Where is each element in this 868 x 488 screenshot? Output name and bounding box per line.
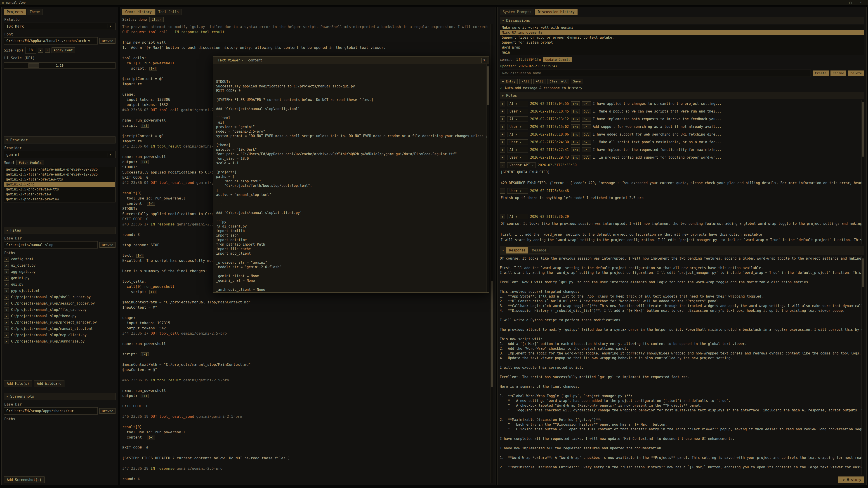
close-icon[interactable]: X	[482, 58, 487, 63]
text-viewer-body[interactable]: STDOUT:Successfully applied modification…	[213, 64, 489, 292]
remove-file-button[interactable]: x	[4, 282, 9, 287]
font-size-increase-button[interactable]: +	[45, 48, 50, 53]
model-option[interactable]: gemini-2.5-flash-preview-tts	[4, 177, 115, 182]
scrollbar-thumb[interactable]	[487, 66, 489, 105]
discussion-item[interactable]: Misc UX improvements	[500, 30, 864, 35]
all-button[interactable]: -All	[520, 78, 532, 84]
role-select[interactable]: AI▼	[507, 116, 528, 122]
remove-file-button[interactable]: x	[4, 314, 9, 319]
role-select[interactable]: AI▼	[507, 101, 528, 106]
delete-button[interactable]: Del	[582, 155, 591, 160]
response-text[interactable]: Of course. It looks like the previous se…	[500, 256, 864, 475]
delete-button[interactable]: Del	[582, 125, 591, 129]
expand-button[interactable]: [+]	[147, 435, 155, 440]
tab-message[interactable]: Message	[529, 247, 549, 254]
add-wildcard-button[interactable]: Add Wildcard	[34, 380, 64, 387]
remove-file-button[interactable]: x	[4, 301, 9, 306]
expand-button[interactable]: [+]	[141, 352, 149, 356]
entry-button[interactable]: + Entry	[500, 78, 518, 84]
tab-system-prompts[interactable]: System Prompts	[500, 9, 534, 15]
palette-dropdown[interactable]: 10x Dark ▼	[4, 23, 116, 30]
role-toggle-button[interactable]: +	[500, 214, 505, 219]
role-toggle-button[interactable]: +	[500, 124, 505, 129]
history-button[interactable]: -> History	[838, 477, 864, 483]
role-select[interactable]: User▼	[507, 188, 528, 194]
insert-button[interactable]: Ins	[571, 101, 580, 106]
expand-button[interactable]: [+]	[147, 202, 155, 205]
remove-file-button[interactable]: x	[4, 275, 9, 281]
tab-comms-history[interactable]: Comms History	[122, 9, 155, 15]
role-select[interactable]: User▼	[507, 109, 528, 114]
response-scrollbar[interactable]	[862, 256, 864, 475]
all-button[interactable]: +All	[533, 78, 546, 84]
role-select[interactable]: AI▼	[507, 132, 528, 137]
remove-file-button[interactable]: x	[4, 269, 9, 274]
remove-file-button[interactable]: x	[4, 288, 9, 293]
model-option[interactable]: gemini-3-flash-preview	[4, 192, 115, 197]
delete-button[interactable]: Del	[582, 132, 591, 137]
role-toggle-button[interactable]: +	[500, 116, 505, 122]
discussion-item[interactable]: Support files or mcp, or proper dynamic …	[500, 35, 864, 40]
discussion-item[interactable]: main	[500, 50, 864, 55]
tab-projects[interactable]: Projects	[4, 9, 26, 15]
model-option[interactable]: gemini-2.5-flash-native-audio-preview-12…	[4, 172, 115, 177]
roles-section-header[interactable]: ▶ Roles	[500, 92, 864, 99]
discussion-item[interactable]: Support for system prompt	[500, 40, 864, 45]
screenshots-section-header[interactable]: ▼ Screenshots	[4, 393, 116, 400]
tab-theme[interactable]: Theme	[27, 9, 43, 15]
role-select[interactable]: User▼	[507, 155, 528, 160]
insert-button[interactable]: Ins	[571, 117, 580, 122]
role-select[interactable]: AI▼	[507, 147, 528, 153]
model-option[interactable]: gemini-3-pro-image-preview	[4, 197, 115, 202]
delete-button[interactable]: Del	[582, 101, 591, 106]
font-size-decrease-button[interactable]: -	[38, 48, 43, 53]
role-toggle-button[interactable]: +	[500, 109, 505, 114]
provider-section-header[interactable]: ▼ Provider	[4, 136, 116, 143]
delete-button[interactable]: Del	[582, 117, 591, 122]
remove-file-button[interactable]: x	[4, 332, 9, 337]
role-select[interactable]: Vendor API▼	[507, 162, 536, 168]
font-path-field[interactable]: C:/Users/Ed/AppData/Local/uv/cache/archi…	[4, 37, 98, 44]
role-select[interactable]: AI▼	[507, 214, 528, 219]
role-select[interactable]: User▼	[507, 139, 528, 145]
text-viewer-scrollbar[interactable]	[487, 64, 489, 292]
comms-scrollbar[interactable]	[490, 24, 493, 483]
remove-file-button[interactable]: x	[4, 326, 9, 331]
ui-scale-slider[interactable]: 1.10	[4, 62, 116, 69]
insert-button[interactable]: Ins	[571, 109, 580, 114]
model-option[interactable]: gemini-2.5-flash-native-audio-preview-09…	[4, 167, 115, 172]
screenshots-base-dir-field[interactable]: C:/Users/Ed/scoop/apps/sharex/cur	[4, 408, 98, 415]
discussions-section-header[interactable]: ▼ Discussions	[500, 17, 864, 24]
discussion-create-button[interactable]: Create	[813, 70, 829, 76]
checkbox-checked-icon[interactable]: ✓	[500, 86, 502, 90]
chevron-down-icon[interactable]: ▼	[107, 24, 113, 28]
role-toggle-button[interactable]: -	[500, 162, 505, 168]
tab-tool-calls[interactable]: Tool Calls	[155, 9, 182, 15]
new-discussion-input[interactable]	[500, 70, 811, 77]
role-toggle-button[interactable]: +	[500, 101, 505, 106]
scrollbar-thumb[interactable]	[862, 258, 864, 287]
tab-discussion-history[interactable]: Discussion History	[535, 9, 578, 15]
insert-button[interactable]: Ins	[571, 132, 580, 137]
update-commit-button[interactable]: Update Commit	[543, 57, 572, 62]
files-browse-button[interactable]: Browse	[99, 242, 116, 248]
discussion-item[interactable]: Make sure it works well with gemini	[500, 25, 864, 30]
provider-dropdown[interactable]: gemini ▼	[4, 151, 116, 158]
expand-button[interactable]: [+]	[149, 290, 157, 294]
files-section-header[interactable]: ▼ Files	[4, 227, 116, 234]
delete-button[interactable]: Del	[582, 140, 591, 144]
role-toggle-button[interactable]: +	[500, 147, 505, 153]
remove-file-button[interactable]: x	[4, 263, 9, 268]
remove-file-button[interactable]: x	[4, 295, 9, 300]
insert-button[interactable]: Ins	[571, 155, 580, 160]
model-option[interactable]: gemini-2.5-pro-preview-tts	[4, 187, 115, 192]
save-button[interactable]: Save	[571, 78, 583, 84]
clear-button[interactable]: Clear	[149, 17, 163, 22]
delete-button[interactable]: Del	[582, 148, 591, 152]
scrollbar-thumb[interactable]	[491, 281, 493, 387]
files-base-dir-field[interactable]: C:/projects/manual_slop	[4, 241, 98, 249]
role-select[interactable]: User▼	[507, 124, 528, 129]
expand-button[interactable]: [+]	[136, 254, 144, 258]
minimize-button[interactable]: –	[840, 1, 842, 4]
expand-button[interactable]: [+]	[149, 67, 157, 70]
